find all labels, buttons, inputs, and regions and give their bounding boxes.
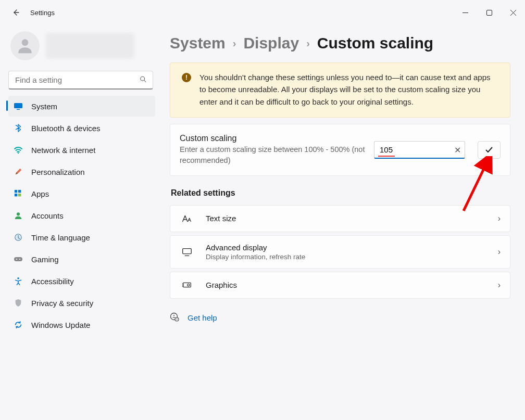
sidebar-item-network[interactable]: Network & internet: [8, 139, 155, 160]
update-icon: [14, 320, 23, 329]
get-help-link[interactable]: ? Get help: [170, 312, 510, 323]
titlebar: Settings: [0, 0, 525, 25]
sidebar-item-bluetooth[interactable]: Bluetooth & devices: [8, 118, 155, 138]
sidebar-item-privacy[interactable]: Privacy & security: [8, 292, 155, 313]
search-input[interactable]: [8, 71, 153, 90]
apply-button[interactable]: [478, 141, 501, 159]
sidebar: System Bluetooth & devices Network & int…: [0, 25, 161, 420]
svg-rect-4: [17, 109, 20, 110]
content: System › Display › Custom scaling ! You …: [161, 25, 525, 420]
scale-input-wrap: ✕: [374, 141, 465, 159]
chevron-right-icon: ›: [233, 37, 236, 49]
svg-rect-7: [18, 190, 21, 193]
sidebar-item-label: Accessibility: [31, 277, 74, 286]
svg-rect-9: [18, 194, 21, 196]
clock-icon: [14, 233, 23, 242]
clear-input-icon[interactable]: ✕: [454, 145, 461, 155]
custom-scaling-subtitle: Enter a custom scaling size between 100%…: [180, 144, 367, 166]
account-icon: [14, 211, 23, 220]
svg-point-10: [17, 212, 20, 215]
gaming-icon: [14, 254, 23, 264]
svg-point-18: [188, 284, 190, 286]
sidebar-item-label: Windows Update: [31, 321, 90, 329]
svg-rect-16: [183, 248, 192, 253]
sidebar-item-update[interactable]: Windows Update: [8, 314, 155, 335]
breadcrumb: System › Display › Custom scaling: [170, 34, 510, 52]
sidebar-item-personalization[interactable]: Personalization: [8, 161, 155, 182]
sidebar-item-label: Accounts: [31, 211, 64, 220]
warning-box: ! You shouldn't change these settings un…: [170, 62, 510, 118]
accessibility-icon: [14, 276, 23, 286]
search-wrap: [8, 71, 154, 90]
spellcheck-underline: [378, 156, 395, 157]
wifi-icon: [14, 145, 23, 155]
page-title: Custom scaling: [317, 34, 433, 52]
chevron-right-icon: ›: [306, 37, 310, 49]
svg-point-15: [17, 277, 19, 279]
custom-scaling-card: Custom scaling Enter a custom scaling si…: [170, 124, 510, 176]
get-help-label: Get help: [188, 313, 217, 322]
avatar: [10, 31, 40, 60]
text-size-card[interactable]: Text size ›: [170, 205, 510, 232]
svg-point-1: [22, 39, 29, 46]
graphics-card[interactable]: Graphics ›: [170, 272, 510, 299]
brush-icon: [14, 167, 23, 176]
sidebar-item-system[interactable]: System: [8, 96, 155, 117]
sidebar-item-accessibility[interactable]: Accessibility: [8, 271, 155, 291]
gpu-icon: [180, 279, 194, 291]
sidebar-item-gaming[interactable]: Gaming: [8, 249, 155, 270]
back-button[interactable]: [9, 6, 22, 19]
svg-rect-6: [15, 190, 17, 193]
bluetooth-icon: [14, 123, 23, 133]
sidebar-item-label: Bluetooth & devices: [31, 124, 101, 133]
svg-point-5: [18, 152, 19, 154]
sidebar-item-label: Apps: [31, 189, 49, 198]
minimize-button[interactable]: [453, 0, 477, 25]
breadcrumb-system[interactable]: System: [170, 34, 226, 52]
custom-scaling-title: Custom scaling: [180, 134, 367, 143]
sidebar-item-time[interactable]: Time & language: [8, 227, 155, 248]
advanced-display-card[interactable]: Advanced display Display information, re…: [170, 235, 510, 269]
text-size-title: Text size: [206, 214, 236, 223]
sidebar-item-label: Privacy & security: [31, 299, 93, 308]
sidebar-item-label: Time & language: [31, 233, 90, 242]
sidebar-item-label: Gaming: [31, 255, 59, 264]
svg-text:?: ?: [176, 318, 178, 321]
warning-icon: !: [182, 73, 191, 82]
svg-rect-12: [14, 257, 22, 261]
sidebar-item-accounts[interactable]: Accounts: [8, 205, 155, 226]
nav: System Bluetooth & devices Network & int…: [8, 96, 155, 335]
warning-text: You shouldn't change these settings unle…: [199, 71, 498, 108]
maximize-button[interactable]: [477, 0, 501, 25]
sidebar-item-apps[interactable]: Apps: [8, 183, 155, 204]
breadcrumb-display[interactable]: Display: [243, 34, 299, 52]
chevron-right-icon: ›: [498, 214, 501, 223]
advanced-subtitle: Display information, refresh rate: [206, 253, 305, 261]
graphics-title: Graphics: [206, 281, 237, 289]
sidebar-item-label: Personalization: [31, 168, 85, 176]
related-heading: Related settings: [171, 188, 510, 198]
svg-point-13: [16, 259, 17, 260]
svg-point-22: [173, 315, 174, 316]
system-icon: [14, 101, 23, 111]
svg-rect-8: [15, 194, 17, 196]
monitor-icon: [180, 246, 194, 258]
svg-point-14: [19, 259, 20, 260]
svg-rect-0: [486, 10, 492, 15]
help-icon: ?: [170, 312, 179, 323]
shield-icon: [14, 298, 23, 308]
window-title: Settings: [30, 9, 55, 17]
close-button[interactable]: [501, 0, 525, 25]
chevron-right-icon: ›: [498, 247, 501, 257]
sidebar-item-label: Network & internet: [31, 146, 95, 155]
profile-name-blurred: [46, 33, 134, 59]
text-size-icon: [180, 213, 194, 224]
chevron-right-icon: ›: [498, 281, 501, 290]
advanced-title: Advanced display: [206, 243, 305, 252]
svg-rect-3: [14, 103, 22, 108]
profile[interactable]: [8, 28, 155, 71]
sidebar-item-label: System: [31, 102, 57, 111]
apps-icon: [14, 189, 23, 198]
window-controls: [453, 0, 525, 25]
